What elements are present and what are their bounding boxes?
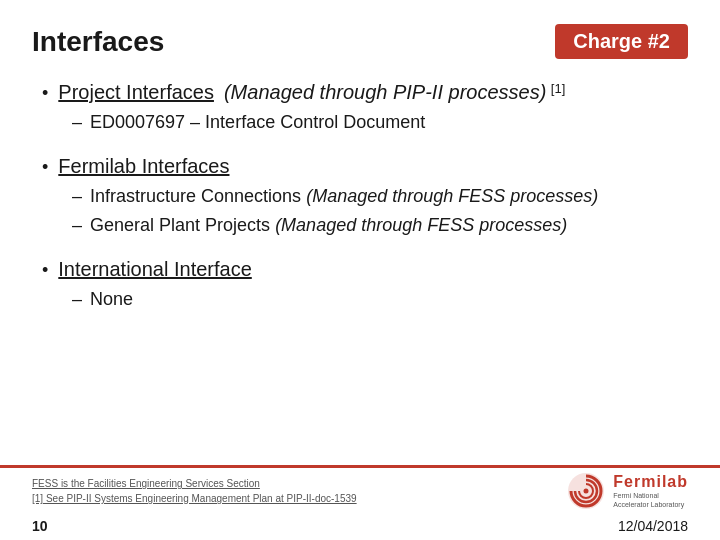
footer-bottom-row: 10 12/04/2018 (0, 516, 720, 540)
page-number: 10 (32, 518, 48, 534)
charge-badge: Charge #2 (555, 24, 688, 59)
sub-item-general-plant-text: General Plant Projects (Managed through … (90, 211, 567, 240)
sub-item-infrastructure-text: Infrastructure Connections (Managed thro… (90, 182, 598, 211)
fermilab-logo: Fermilab Fermi National Accelerator Labo… (567, 472, 688, 510)
slide-header: Interfaces Charge #2 (32, 24, 688, 59)
fermilab-sub2: Accelerator Laboratory (613, 500, 684, 509)
sub-item-ed0007-text: ED0007697 – Interface Control Document (90, 108, 425, 137)
bullet-international-interface: • International Interface – None (42, 258, 688, 314)
bullet-row-1: • Project Interfaces (Managed through PI… (42, 81, 688, 104)
bullet-project-interfaces: • Project Interfaces (Managed through PI… (42, 81, 688, 137)
fermilab-text: Fermilab Fermi National Accelerator Labo… (613, 473, 688, 509)
footnote-line1: FESS is the Facilities Engineering Servi… (32, 476, 357, 491)
footer-left: FESS is the Facilities Engineering Servi… (32, 476, 357, 506)
international-interface-label: International Interface (58, 258, 251, 281)
footer-content: FESS is the Facilities Engineering Servi… (0, 468, 720, 516)
sub-item-infrastructure: – Infrastructure Connections (Managed th… (72, 182, 688, 211)
fermilab-name: Fermilab (613, 473, 688, 491)
fermilab-sub-items: – Infrastructure Connections (Managed th… (42, 182, 688, 240)
bullet-fermilab-interfaces: • Fermilab Interfaces – Infrastructure C… (42, 155, 688, 240)
page-title: Interfaces (32, 26, 164, 58)
fermilab-interfaces-label: Fermilab Interfaces (58, 155, 229, 178)
project-sub-items: – ED0007697 – Interface Control Document (42, 108, 688, 137)
sub-item-none-text: None (90, 285, 133, 314)
project-interfaces-suffix: (Managed through PIP-II processes) (218, 81, 546, 103)
bullet-row-2: • Fermilab Interfaces (42, 155, 688, 178)
footer-date: 12/04/2018 (618, 518, 688, 534)
sub-item-general-plant: – General Plant Projects (Managed throug… (72, 211, 688, 240)
sub-item-ed0007: – ED0007697 – Interface Control Document (72, 108, 688, 137)
content-area: • Project Interfaces (Managed through PI… (32, 81, 688, 314)
svg-point-1 (584, 489, 589, 494)
bullet-dot-2: • (42, 157, 48, 178)
bullet-row-3: • International Interface (42, 258, 688, 281)
slide-footer: FESS is the Facilities Engineering Servi… (0, 465, 720, 540)
international-sub-items: – None (42, 285, 688, 314)
fermilab-sub1: Fermi National (613, 491, 659, 500)
slide-container: Interfaces Charge #2 • Project Interface… (0, 0, 720, 540)
fermilab-logo-icon (567, 472, 605, 510)
project-interfaces-ref: [1] (551, 81, 565, 96)
project-interfaces-label: Project Interfaces (58, 81, 214, 103)
bullet-dot-1: • (42, 83, 48, 104)
sub-item-none: – None (72, 285, 688, 314)
bullet-dot-3: • (42, 260, 48, 281)
footnote-line2: [1] See PIP-II Systems Engineering Manag… (32, 491, 357, 506)
